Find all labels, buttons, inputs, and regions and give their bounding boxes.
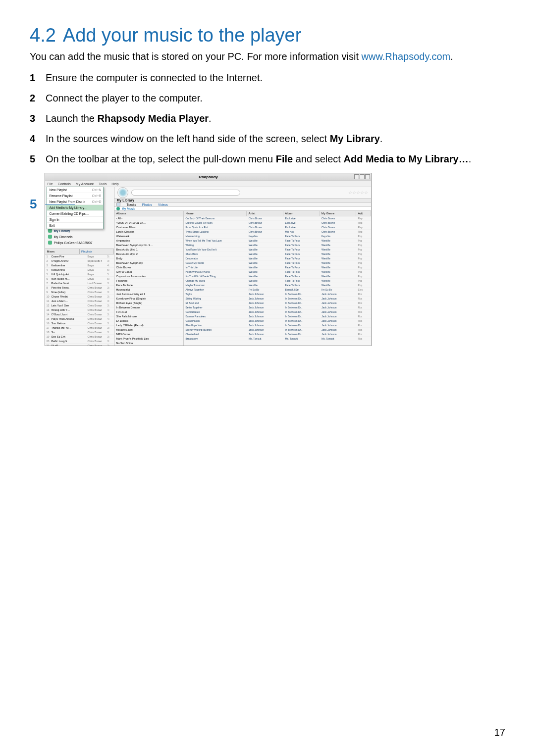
album-item[interactable]: Koyaknow Final (Single) (114, 297, 183, 301)
track-row[interactable]: ChesterfieldJack JohnsonIn Between Dr…Ja… (184, 332, 371, 337)
album-item[interactable]: Mark Pryer's Packfield Lies (114, 337, 183, 341)
track-row[interactable]: Silently Waiting (Secret)Jack JohnsonIn … (184, 328, 371, 332)
album-item[interactable]: Just Astrone-mistry elt 1 (114, 292, 183, 297)
playlist-row[interactable]: 17Thanks the Yu…Chris Brown3: (45, 326, 114, 330)
album-item[interactable]: Face To Face (114, 283, 183, 288)
playlist-row[interactable]: 12Lets You I SeeChris Brown3: (45, 303, 114, 308)
album-item[interactable]: In Between Dreams (114, 305, 183, 310)
album-item[interactable]: Er-Jubilee (114, 319, 183, 323)
playlist-row[interactable]: 11Just a Mem…Chris Brown3: (45, 299, 114, 303)
playlist-row[interactable]: 20Peific LoughtChris Brown3: (45, 339, 114, 344)
playlist-row[interactable]: 4KwikverlineEnya5: (45, 268, 114, 272)
col-name[interactable]: Name (184, 211, 247, 216)
my-music-label[interactable]: My Music (121, 207, 135, 210)
track-row[interactable]: She's BackWestlifeFace To FaceWestlifePo… (184, 252, 371, 256)
file-menu-item[interactable]: Rename PlaylistCtrl+R (47, 193, 103, 199)
track-row[interactable]: Good PeopleJack JohnsonIn Between Dr…Jac… (184, 319, 371, 323)
track-row[interactable]: Maybe TomorrowWestlifeFace To FaceWestli… (184, 283, 371, 288)
subtab-photos[interactable]: Photos (142, 203, 152, 206)
album-item[interactable]: Beethoven Symphony (114, 261, 183, 265)
track-row[interactable]: ConstellationJack JohnsonIn Between Dr…J… (184, 310, 371, 314)
playlist-row[interactable]: 18SoChris Brown3: (45, 330, 114, 335)
track-row[interactable]: You Raise Me Your End Isn'tWestlifeFace … (184, 248, 371, 252)
refresh-icon[interactable] (116, 202, 120, 206)
album-item[interactable]: <2006-04-24 19 31 37… (114, 221, 183, 225)
album-item[interactable]: I.O.I.O.U (114, 310, 183, 314)
album-item[interactable]: Customer Album (114, 225, 183, 230)
playlist-row[interactable]: 3KwikverlineEnya4: (45, 263, 114, 268)
album-item[interactable]: Facturing (114, 279, 183, 283)
subtab-tracks[interactable]: Tracks (126, 203, 136, 206)
menu-tools[interactable]: Tools (99, 182, 107, 186)
menu-help[interactable]: Help (111, 182, 118, 186)
album-item[interactable]: Richest Eyes (Single) (114, 301, 183, 305)
col-added[interactable]: Add (356, 211, 371, 216)
track-row[interactable]: Eli Soul andJack JohnsonIn Between Dr…Ja… (184, 301, 371, 305)
track-row[interactable]: BreakdownMs. ToncuttMs. ToncuttMs. Toncu… (184, 337, 371, 341)
album-item[interactable]: Housegirlyt (114, 288, 183, 292)
rating-stars[interactable]: ☆☆☆☆☆ (348, 190, 368, 195)
file-menu-item[interactable]: Sign In (47, 217, 103, 223)
playlist-row[interactable]: 13Wrong with Y…Chris Brown4: (45, 308, 114, 312)
playlist-row[interactable]: 10Chose RhythtChris Brown3: (45, 295, 114, 299)
maximize-icon[interactable] (360, 174, 365, 179)
track-row[interactable]: Plan Hope You…Jack JohnsonIn Between Dr…… (184, 323, 371, 328)
album-item[interactable]: Copronicus Astronomies (114, 274, 183, 279)
file-menu-item[interactable]: Convert Existing CD Rips… (47, 211, 103, 217)
album-item[interactable]: Bridy (114, 256, 183, 261)
track-row[interactable]: MesmerizingKeyshiaFace To FaceKeyshiaPop (184, 234, 371, 239)
track-row[interactable]: Lifetime Lovers Of YoursChris BrownExclu… (184, 221, 371, 225)
menu-file[interactable]: File (47, 182, 53, 186)
playlist-row[interactable]: 1Crane FireEnya5: (45, 254, 114, 259)
track-row[interactable]: Colour My WorldWestlifeFace To FaceWestl… (184, 261, 371, 265)
file-menu-item[interactable]: Exit (47, 223, 103, 229)
search-input[interactable] (131, 190, 240, 196)
album-item[interactable]: Lady C'Ellisfe, (Exzud) (114, 323, 183, 328)
track-row[interactable]: Better TogetherJack JohnsonIn Between Dr… (184, 305, 371, 310)
rhapsody-link[interactable]: www.Rhapsody.com (362, 51, 451, 62)
track-row[interactable]: DesperadoWestlifeFace To FaceWestlifePop (184, 256, 371, 261)
playlist-tab-playlists[interactable]: Playlists (80, 249, 114, 254)
playlist-row[interactable]: 19See So ErrtChris Brown3: (45, 335, 114, 339)
col-artist[interactable]: Artist (247, 211, 283, 216)
playlist-row[interactable]: 5Hill Quickly Art…Enya5: (45, 272, 114, 277)
file-menu-item[interactable]: Add Media to My Library… (47, 205, 103, 211)
album-item[interactable]: Lord's Classics (114, 230, 183, 234)
track-row[interactable]: Always TogetherI'm So ByBeautiful SetI'm… (184, 288, 371, 292)
menu-account[interactable]: My Account (76, 182, 94, 186)
track-row[interactable]: Trans Stage LoadingChris BrownMix HopChr… (184, 230, 371, 234)
col-genre[interactable]: My Genre (320, 211, 357, 216)
album-item[interactable]: No Sun Shine (114, 341, 183, 346)
library-tab-label[interactable]: My Library (116, 199, 134, 202)
album-item[interactable]: City to Coast (114, 270, 183, 274)
file-menu-item[interactable]: New PlaylistCtrl+N (47, 187, 103, 193)
track-row[interactable]: TaylorJack JohnsonIn Between Dr…Jack Joh… (184, 292, 371, 297)
playlist-tab-mixes[interactable]: Mixes (45, 249, 80, 254)
album-item[interactable]: Amparotine (114, 239, 183, 243)
playlist-row[interactable]: 16Son NeitrosChris Brown3: (45, 321, 114, 326)
close-icon[interactable] (365, 174, 370, 179)
album-item[interactable]: MP3 Codes (114, 332, 183, 337)
playlist-row[interactable]: 9Nine (Infire)Chris Brown3: (45, 290, 114, 295)
col-album[interactable]: Album (283, 211, 320, 216)
menu-controls[interactable]: Controls (58, 182, 71, 186)
track-row[interactable]: On Such Of Their BearonsChris BrownExclu… (184, 216, 371, 221)
track-row[interactable]: Heart Without A HomeWestlifeFace To Face… (184, 270, 371, 274)
album-item[interactable]: Melody's Joint (114, 328, 183, 332)
subtab-videos[interactable]: Videos (158, 203, 168, 206)
track-row[interactable]: Change My WorldWestlifeFace To FaceWestl… (184, 279, 371, 283)
playlist-row[interactable]: 8Pine the Tress.Chris Brown3: (45, 286, 114, 290)
track-row[interactable]: In This LifeWestlifeFace To FaceWestlife… (184, 265, 371, 270)
track-row[interactable]: WaitingWestlifeFace To FaceWestlifePop (184, 243, 371, 248)
album-item[interactable]: Best Audio Ulyt. 1 (114, 248, 183, 252)
track-row[interactable]: When You Tell Me That You LoveWestlifeFa… (184, 239, 371, 243)
track-row[interactable]: From Spain In a EndChris BrownExclusiveC… (184, 225, 371, 230)
track-row[interactable]: Sitting WaitingJack JohnsonIn Between Dr… (184, 297, 371, 301)
album-item[interactable]: Watermark (114, 234, 183, 239)
album-item[interactable]: - All - (114, 216, 183, 221)
track-row[interactable]: Banana PancakesJack JohnsonIn Between Dr… (184, 314, 371, 319)
album-item[interactable]: She Falls Ninsee (114, 314, 183, 319)
minimize-icon[interactable] (354, 174, 359, 179)
album-item[interactable]: Best Audio Ulyt. 2 (114, 252, 183, 256)
album-item[interactable]: Chris Brown (114, 265, 183, 270)
